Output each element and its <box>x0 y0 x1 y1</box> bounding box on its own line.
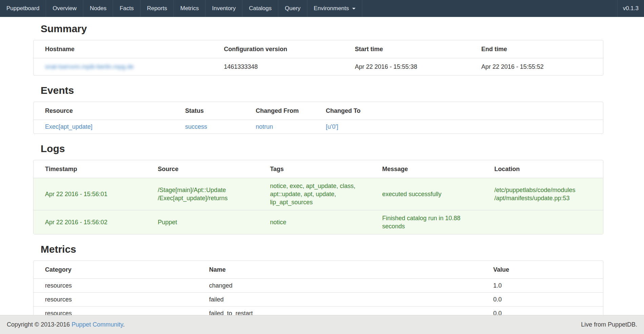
summary-header-row: Hostname Configuration version Start tim… <box>34 40 603 58</box>
nav-brand-label: Puppetboard <box>6 5 39 12</box>
report-page: Summary Hostname Configuration version S… <box>33 23 603 334</box>
events-header-row: Resource Status Changed From Changed To <box>34 102 603 120</box>
logs-header-source: Source <box>146 160 258 178</box>
event-changed-from-cell: notrun <box>244 120 314 134</box>
metrics-section-title: Metrics <box>41 243 603 255</box>
metric-row: resources failed 0.0 <box>34 293 603 307</box>
log-timestamp-cell: Apr 22 2016 - 15:56:02 <box>34 210 146 234</box>
event-changed-to-link[interactable]: [u'0'] <box>326 123 338 130</box>
nav-item-facts[interactable]: Facts <box>113 0 141 17</box>
event-status-cell: success <box>174 120 244 134</box>
footer-status-text: Live from PuppetDB. <box>581 321 637 328</box>
navbar-spacer <box>362 0 617 17</box>
events-table: Resource Status Changed From Changed To … <box>34 102 603 133</box>
footer-copyright-suffix: . <box>123 321 125 328</box>
metric-name-cell: failed <box>197 293 481 307</box>
log-row: Apr 22 2016 - 15:56:01 /Stage[main]/Apt:… <box>34 178 603 210</box>
nav-item-overview[interactable]: Overview <box>46 0 83 17</box>
log-timestamp-cell: Apr 22 2016 - 15:56:01 <box>34 178 146 210</box>
logs-section-title: Logs <box>41 143 603 154</box>
logs-header-message: Message <box>371 160 483 178</box>
top-navbar: Puppetboard Overview Nodes Facts Reports… <box>0 0 644 17</box>
nav-item-label: Inventory <box>212 5 236 12</box>
nav-item-metrics[interactable]: Metrics <box>174 0 206 17</box>
chevron-down-icon <box>352 8 356 9</box>
nav-brand-puppetboard[interactable]: Puppetboard <box>0 0 46 17</box>
nav-item-label: Overview <box>52 5 77 12</box>
logs-header-timestamp: Timestamp <box>34 160 146 178</box>
puppet-community-link[interactable]: Puppet Community <box>71 321 123 328</box>
log-message-cell: executed successfully <box>371 178 483 210</box>
nav-item-label: Catalogs <box>249 5 272 12</box>
logs-header-location: Location <box>483 160 603 178</box>
summary-start-time-cell: Apr 22 2016 - 15:55:38 <box>343 58 470 76</box>
log-message-cell: Finished catalog run in 10.88 seconds <box>371 210 483 234</box>
app-version-badge: v0.1.3 <box>617 0 644 17</box>
event-row: Exec[apt_update] success notrun [u'0'] <box>34 120 603 134</box>
summary-header-start-time: Start time <box>343 40 470 58</box>
summary-panel: Hostname Configuration version Start tim… <box>33 40 603 76</box>
nav-item-label: Metrics <box>180 5 199 12</box>
metric-category-cell: resources <box>34 293 197 307</box>
logs-header-tags: Tags <box>258 160 370 178</box>
nav-item-label: Query <box>285 5 300 12</box>
hostname-link[interactable]: snat-tservvm.mpib-berlin.mpg.de <box>45 63 134 70</box>
summary-end-time-cell: Apr 22 2016 - 15:55:52 <box>470 58 603 76</box>
log-location-cell <box>483 210 603 234</box>
log-tags-cell: notice, exec, apt_update, class, apt::up… <box>258 178 370 210</box>
nav-item-label: Environments <box>314 5 349 12</box>
footer-copyright-prefix: Copyright © 2013-2016 <box>7 321 70 328</box>
summary-hostname-cell: snat-tservvm.mpib-berlin.mpg.de <box>34 58 212 76</box>
summary-configuration-version-cell: 1461333348 <box>212 58 343 76</box>
summary-section-title: Summary <box>41 23 603 35</box>
nav-item-query[interactable]: Query <box>278 0 307 17</box>
event-resource-cell: Exec[apt_update] <box>34 120 174 134</box>
metric-row: resources changed 1.0 <box>34 279 603 293</box>
log-source-cell: /Stage[main]/Apt::Update /Exec[apt_updat… <box>146 178 258 210</box>
events-section-title: Events <box>41 84 603 96</box>
metric-value-cell: 1.0 <box>482 279 603 293</box>
summary-table: Hostname Configuration version Start tim… <box>34 40 603 75</box>
summary-header-end-time: End time <box>470 40 603 58</box>
footer-copyright: Copyright © 2013-2016 Puppet Community. <box>7 321 125 328</box>
nav-item-inventory[interactable]: Inventory <box>206 0 242 17</box>
metrics-header-value: Value <box>482 261 603 279</box>
summary-header-hostname: Hostname <box>34 40 212 58</box>
page-footer: Copyright © 2013-2016 Puppet Community. … <box>0 315 644 334</box>
log-source-cell: Puppet <box>146 210 258 234</box>
nav-dropdown-environments[interactable]: Environments <box>307 0 362 17</box>
nav-item-nodes[interactable]: Nodes <box>83 0 113 17</box>
logs-table: Timestamp Source Tags Message Location A… <box>34 160 603 234</box>
nav-item-reports[interactable]: Reports <box>141 0 174 17</box>
summary-header-configuration-version: Configuration version <box>212 40 343 58</box>
nav-item-label: Reports <box>147 5 167 12</box>
events-header-changed-to: Changed To <box>314 102 603 120</box>
metrics-header-category: Category <box>34 261 197 279</box>
event-changed-from-link[interactable]: notrun <box>256 123 273 130</box>
summary-row: snat-tservvm.mpib-berlin.mpg.de 14613333… <box>34 58 603 76</box>
nav-item-catalogs[interactable]: Catalogs <box>242 0 278 17</box>
metric-name-cell: changed <box>197 279 481 293</box>
nav-item-label: Nodes <box>90 5 106 12</box>
nav-item-label: Facts <box>120 5 134 12</box>
metrics-header-row: Category Name Value <box>34 261 603 279</box>
log-row: Apr 22 2016 - 15:56:02 Puppet notice Fin… <box>34 210 603 234</box>
log-location-cell: /etc/puppetlabs/code/modules /apt/manife… <box>483 178 603 210</box>
events-header-changed-from: Changed From <box>244 102 314 120</box>
metrics-header-name: Name <box>197 261 481 279</box>
metric-category-cell: resources <box>34 279 197 293</box>
logs-header-row: Timestamp Source Tags Message Location <box>34 160 603 178</box>
event-resource-link[interactable]: Exec[apt_update] <box>45 123 92 130</box>
log-tags-cell: notice <box>258 210 370 234</box>
logs-panel: Timestamp Source Tags Message Location A… <box>33 160 603 234</box>
events-panel: Resource Status Changed From Changed To … <box>33 102 603 134</box>
events-header-status: Status <box>174 102 244 120</box>
events-header-resource: Resource <box>34 102 174 120</box>
metric-value-cell: 0.0 <box>482 293 603 307</box>
app-version-label: v0.1.3 <box>623 5 639 12</box>
event-status-link[interactable]: success <box>185 123 207 130</box>
event-changed-to-cell: [u'0'] <box>314 120 603 134</box>
